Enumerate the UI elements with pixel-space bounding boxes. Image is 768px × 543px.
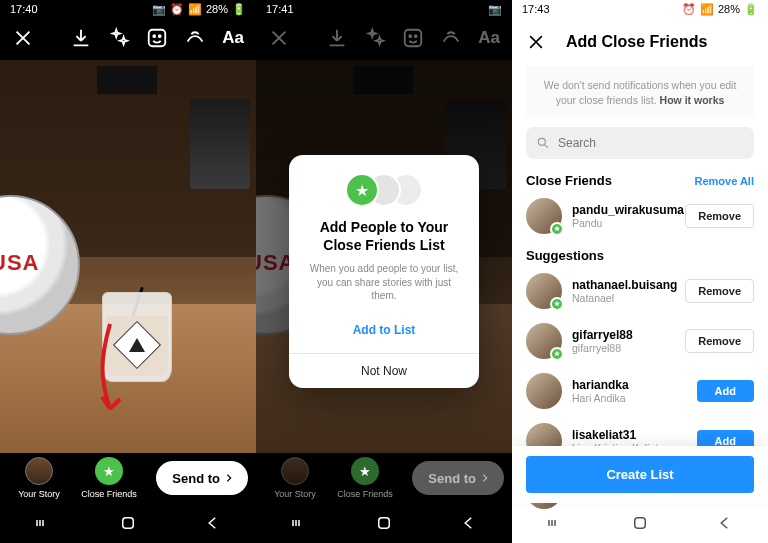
friend-row: hariandkaHari AndikaAdd <box>526 373 754 409</box>
close-friends-section: Close Friends Remove All <box>512 173 768 188</box>
screen-close-friends-list: 17:43 ⏰ 📶 28% 🔋 Add Close Friends We don… <box>512 0 768 543</box>
friend-names: gifarryel88gifarryel88 <box>572 328 675 354</box>
svg-point-1 <box>154 35 156 37</box>
home-icon[interactable] <box>119 514 137 532</box>
friend-row: pandu_wirakusumaPanduRemove <box>526 198 754 234</box>
search-icon <box>536 136 550 150</box>
close-icon[interactable] <box>12 27 34 49</box>
svg-rect-3 <box>123 518 134 529</box>
status-icons: ⏰ 📶 28% 🔋 <box>682 3 758 16</box>
avatar[interactable] <box>526 323 562 359</box>
status-time: 17:43 <box>522 3 550 15</box>
camera-icon: 📷 <box>152 3 166 16</box>
helmet-usa-text: USA <box>0 250 39 276</box>
create-list-button[interactable]: Create List <box>526 456 754 493</box>
suggestions-section: Suggestions <box>512 248 768 263</box>
remove-button[interactable]: Remove <box>685 329 754 353</box>
recent-apps-icon[interactable] <box>34 514 52 532</box>
draw-icon[interactable] <box>184 27 206 49</box>
back-icon[interactable] <box>716 514 734 532</box>
screen-add-people-modal: 17:41 📷 Aa USA Your Story <box>256 0 512 543</box>
not-now-button[interactable]: Not Now <box>289 353 479 388</box>
friend-names: hariandkaHari Andika <box>572 378 687 404</box>
back-icon[interactable] <box>204 514 222 532</box>
add-to-list-button[interactable]: Add to List <box>305 315 463 339</box>
close-friends-button[interactable]: ★ Close Friends <box>78 457 140 499</box>
friend-row: gifarryel88gifarryel88Remove <box>526 323 754 359</box>
status-icons: 📷 ⏰ 📶 28% 🔋 <box>152 3 246 16</box>
home-icon[interactable] <box>631 514 649 532</box>
search-field[interactable] <box>526 127 754 159</box>
signal-icon: 📶 <box>700 3 714 16</box>
recent-apps-icon[interactable] <box>546 514 564 532</box>
close-friend-badge-icon <box>550 222 564 236</box>
cafe-sign <box>97 66 157 94</box>
svg-point-2 <box>159 35 161 37</box>
coffee-machine <box>190 99 250 189</box>
drink-cup <box>102 282 172 382</box>
story-destinations: Your Story ★ Close Friends Send to <box>0 453 256 503</box>
username: pandu_wirakusuma <box>572 203 675 217</box>
your-story-button[interactable]: Your Story <box>8 457 70 499</box>
close-icon[interactable] <box>526 32 546 52</box>
username: gifarryel88 <box>572 328 675 342</box>
recent-apps-icon[interactable] <box>290 514 308 532</box>
display-name: Natanael <box>572 292 675 304</box>
android-navbar <box>0 503 256 543</box>
friend-names: nathanael.buisangNatanael <box>572 278 675 304</box>
modal-description: When you add people to your list, you ca… <box>305 262 463 303</box>
battery-text: 28% <box>718 3 740 15</box>
display-name: Hari Andika <box>572 392 687 404</box>
send-to-button[interactable]: Send to <box>156 461 248 495</box>
username: lisakeliat31 <box>572 428 687 442</box>
notice-banner: We don't send notifications when you edi… <box>526 66 754 117</box>
svg-rect-7 <box>379 518 390 529</box>
avatar[interactable] <box>526 198 562 234</box>
back-icon[interactable] <box>460 514 478 532</box>
avatar[interactable] <box>526 273 562 309</box>
chevron-right-icon <box>224 473 234 483</box>
page-header: Add Close Friends <box>512 18 768 66</box>
svg-rect-9 <box>635 518 646 529</box>
page-title: Add Close Friends <box>566 33 707 51</box>
modal-overlay: ★ Add People to Your Close Friends List … <box>256 0 512 543</box>
story-photo: USA <box>0 60 256 453</box>
home-icon[interactable] <box>375 514 393 532</box>
screen-story-editor: 17:40 📷 ⏰ 📶 28% 🔋 Aa USA <box>0 0 256 543</box>
battery-icon: 🔋 <box>232 3 246 16</box>
remove-all-link[interactable]: Remove All <box>694 175 754 187</box>
display-name: gifarryel88 <box>572 342 675 354</box>
download-icon[interactable] <box>70 27 92 49</box>
remove-button[interactable]: Remove <box>685 204 754 228</box>
effects-icon[interactable] <box>108 27 130 49</box>
close-friend-badge-icon <box>550 347 564 361</box>
add-button[interactable]: Add <box>697 380 754 402</box>
text-tool[interactable]: Aa <box>222 28 244 48</box>
close-friends-star-icon: ★ <box>95 457 123 485</box>
section-label: Close Friends <box>526 173 612 188</box>
add-people-modal: ★ Add People to Your Close Friends List … <box>289 155 479 388</box>
android-navbar <box>256 503 512 543</box>
signal-icon: 📶 <box>188 3 202 16</box>
android-navbar <box>512 503 768 543</box>
how-it-works-link[interactable]: How it works <box>660 94 725 106</box>
sticker-icon[interactable] <box>146 27 168 49</box>
avatar[interactable] <box>526 373 562 409</box>
search-input[interactable] <box>558 136 744 150</box>
battery-icon: 🔋 <box>744 3 758 16</box>
star-icon: ★ <box>345 173 379 207</box>
friend-names: pandu_wirakusumaPandu <box>572 203 675 229</box>
battery-text: 28% <box>206 3 228 15</box>
remove-button[interactable]: Remove <box>685 279 754 303</box>
statusbar: 17:40 📷 ⏰ 📶 28% 🔋 <box>0 0 256 18</box>
your-story-avatar <box>25 457 53 485</box>
editor-toolbar: Aa <box>0 18 256 58</box>
close-friends-list: pandu_wirakusumaPanduRemove <box>512 198 768 234</box>
create-list-bar: Create List <box>512 446 768 503</box>
send-to-label: Send to <box>172 471 220 486</box>
statusbar: 17:43 ⏰ 📶 28% 🔋 <box>512 0 768 18</box>
modal-title: Add People to Your Close Friends List <box>305 219 463 254</box>
svg-point-8 <box>538 139 545 146</box>
username: nathanael.buisang <box>572 278 675 292</box>
modal-avatars: ★ <box>305 173 463 207</box>
